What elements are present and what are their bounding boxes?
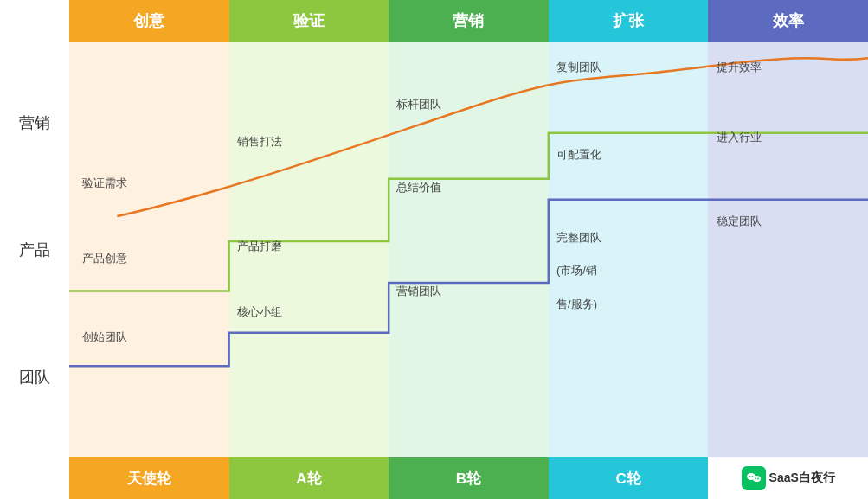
main-area: 营销 产品 团队 验证需求产品创意创始团队销售打法产品打磨核心小组标杆团队总结价… bbox=[0, 42, 868, 457]
svg-point-21 bbox=[755, 478, 756, 480]
header-chuangyi: 创意 bbox=[69, 0, 229, 42]
footer-b: B轮 bbox=[389, 457, 549, 499]
left-labels: 营销 产品 团队 bbox=[0, 42, 69, 457]
col-yanzheng bbox=[229, 42, 389, 457]
svg-point-19 bbox=[749, 476, 750, 477]
header-yanzheng: 验证 bbox=[229, 0, 389, 42]
col-chuangyi bbox=[69, 42, 229, 457]
label-chanpin: 产品 bbox=[19, 240, 50, 260]
col-kuozhang bbox=[549, 42, 709, 457]
wechat-icon bbox=[746, 470, 762, 486]
svg-point-22 bbox=[757, 478, 759, 480]
col-yingxiao bbox=[389, 42, 549, 457]
columns-area: 验证需求产品创意创始团队销售打法产品打磨核心小组标杆团队总结价值营销团队复制团队… bbox=[69, 42, 868, 457]
label-tuandui: 团队 bbox=[19, 367, 50, 387]
brand-label: SaaS白夜行 bbox=[769, 470, 835, 486]
svg-point-18 bbox=[753, 476, 761, 482]
header-kuozhang: 扩张 bbox=[549, 0, 709, 42]
footer-a: A轮 bbox=[229, 457, 389, 499]
svg-point-20 bbox=[751, 476, 753, 477]
header-row: 创意 验证 营销 扩张 效率 bbox=[69, 0, 868, 42]
header-xiaolv: 效率 bbox=[708, 0, 868, 42]
chart-container: 创意 验证 营销 扩张 效率 营销 产品 团队 验证需求产品创意创始团队销售打法… bbox=[0, 0, 868, 499]
footer-saas: SaaS白夜行 bbox=[708, 457, 868, 499]
label-yingxiao: 营销 bbox=[19, 112, 50, 133]
footer-tianshi: 天使轮 bbox=[69, 457, 229, 499]
header-yingxiao: 营销 bbox=[389, 0, 549, 42]
footer-c: C轮 bbox=[549, 457, 709, 499]
col-xiaolv bbox=[708, 42, 868, 457]
footer-row: 天使轮 A轮 B轮 C轮 SaaS白夜行 bbox=[69, 457, 868, 499]
